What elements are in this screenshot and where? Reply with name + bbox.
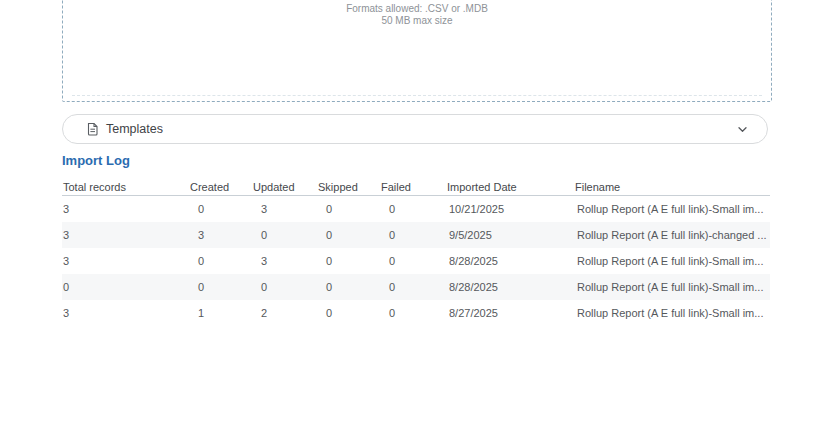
- cell-filename: Rollup Report (A E full link)-Small im..…: [575, 281, 770, 293]
- cell-total: 3: [62, 203, 190, 215]
- cell-created: 0: [190, 203, 253, 215]
- col-filename: Filename: [575, 181, 770, 193]
- cell-filename: Rollup Report (A E full link)-changed ..…: [575, 229, 770, 241]
- col-updated: Updated: [253, 181, 318, 193]
- cell-updated: 3: [253, 203, 318, 215]
- cell-date: 8/28/2025: [447, 281, 575, 293]
- templates-label: Templates: [106, 122, 163, 136]
- dropzone-hint: Formats allowed: .CSV or .MDB 50 MB max …: [63, 3, 771, 27]
- col-total-records: Total records: [62, 181, 190, 193]
- cell-updated: 0: [253, 281, 318, 293]
- templates-accordion[interactable]: Templates: [62, 114, 768, 144]
- cell-total: 3: [62, 255, 190, 267]
- cell-failed: 0: [381, 255, 447, 267]
- cell-failed: 0: [381, 307, 447, 319]
- table-row[interactable]: 3 1 2 0 0 8/27/2025 Rollup Report (A E f…: [62, 300, 770, 326]
- cell-updated: 0: [253, 229, 318, 241]
- cell-failed: 0: [381, 203, 447, 215]
- table-row[interactable]: 3 0 3 0 0 8/28/2025 Rollup Report (A E f…: [62, 248, 770, 274]
- import-log-title: Import Log: [62, 153, 130, 168]
- cell-date: 8/28/2025: [447, 255, 575, 267]
- dropzone-inner-border: [72, 95, 762, 96]
- upload-maxsize-text: 50 MB max size: [63, 15, 771, 27]
- cell-failed: 0: [381, 229, 447, 241]
- cell-filename: Rollup Report (A E full link)-Small im..…: [575, 203, 770, 215]
- cell-total: 3: [62, 307, 190, 319]
- cell-date: 10/21/2025: [447, 203, 575, 215]
- cell-skipped: 0: [318, 307, 381, 319]
- col-created: Created: [190, 181, 253, 193]
- import-log-table: Total records Created Updated Skipped Fa…: [62, 178, 770, 326]
- cell-updated: 2: [253, 307, 318, 319]
- cell-filename: Rollup Report (A E full link)-Small im..…: [575, 255, 770, 267]
- cell-updated: 3: [253, 255, 318, 267]
- cell-created: 0: [190, 281, 253, 293]
- cell-skipped: 0: [318, 281, 381, 293]
- page: Formats allowed: .CSV or .MDB 50 MB max …: [0, 0, 831, 435]
- chevron-down-icon[interactable]: [736, 123, 749, 136]
- cell-created: 1: [190, 307, 253, 319]
- cell-total: 0: [62, 281, 190, 293]
- file-dropzone[interactable]: Formats allowed: .CSV or .MDB 50 MB max …: [62, 0, 772, 102]
- table-row[interactable]: 3 3 0 0 0 9/5/2025 Rollup Report (A E fu…: [62, 222, 770, 248]
- cell-total: 3: [62, 229, 190, 241]
- col-skipped: Skipped: [318, 181, 381, 193]
- cell-failed: 0: [381, 281, 447, 293]
- cell-skipped: 0: [318, 229, 381, 241]
- table-header-row: Total records Created Updated Skipped Fa…: [62, 178, 770, 196]
- cell-skipped: 0: [318, 255, 381, 267]
- document-icon: [86, 122, 99, 136]
- cell-date: 8/27/2025: [447, 307, 575, 319]
- cell-date: 9/5/2025: [447, 229, 575, 241]
- upload-formats-text: Formats allowed: .CSV or .MDB: [63, 3, 771, 15]
- col-imported-date: Imported Date: [447, 181, 575, 193]
- col-failed: Failed: [381, 181, 447, 193]
- cell-created: 3: [190, 229, 253, 241]
- cell-created: 0: [190, 255, 253, 267]
- table-row[interactable]: 3 0 3 0 0 10/21/2025 Rollup Report (A E …: [62, 196, 770, 222]
- cell-filename: Rollup Report (A E full link)-Small im..…: [575, 307, 770, 319]
- table-row[interactable]: 0 0 0 0 0 8/28/2025 Rollup Report (A E f…: [62, 274, 770, 300]
- cell-skipped: 0: [318, 203, 381, 215]
